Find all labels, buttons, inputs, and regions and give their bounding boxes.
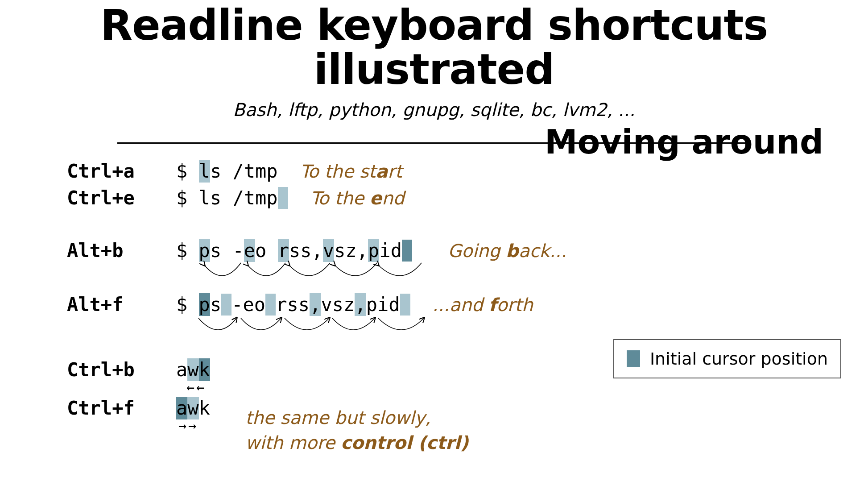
cursor-highlight: [221, 294, 231, 316]
key-label: Alt+f: [67, 294, 176, 316]
cursor-highlight: [265, 294, 276, 316]
cursor-initial: p: [199, 293, 210, 316]
right-arrows-icon: →→: [178, 419, 198, 432]
left-arrows-icon: ←←: [186, 381, 206, 394]
page-title: Readline keyboard shortcuts illustrated: [0, 4, 868, 91]
legend-box: Initial cursor position: [613, 339, 841, 378]
cursor-highlight: p: [368, 239, 379, 262]
cursor-highlight: r: [278, 239, 289, 262]
command-example: awk: [176, 397, 210, 419]
command-example: $ ls /tmp: [176, 187, 288, 209]
page-subtitle: Bash, lftp, python, gnupg, sqlite, bc, l…: [0, 100, 868, 120]
cursor-highlight: [278, 187, 288, 209]
cursor-highlight: p: [199, 239, 210, 262]
command-example: awk: [176, 358, 210, 381]
cursor-initial: [402, 240, 412, 262]
cursor-initial: k: [199, 358, 210, 381]
legend-swatch-icon: [627, 350, 640, 367]
command-example: $ ls /tmp: [176, 160, 278, 183]
legend-label: Initial cursor position: [650, 349, 828, 369]
key-label: Ctrl+f: [67, 397, 176, 419]
cursor-highlight: w: [187, 397, 198, 419]
cursor-initial: a: [176, 397, 187, 419]
description: To the start: [300, 161, 402, 182]
page: Readline keyboard shortcuts illustrated …: [0, 0, 868, 490]
cursor-highlight: ,: [355, 293, 366, 316]
cursor-highlight: [400, 294, 410, 316]
cursor-highlight: e: [244, 239, 255, 262]
description: Going back...: [448, 241, 567, 261]
section-heading: Moving around: [545, 123, 823, 161]
row-alt-b: Alt+b $ ps -eo rss,vsz,pid Going back...: [67, 239, 567, 262]
command-example: $ ps -eo rss,vsz,pid: [176, 293, 410, 316]
cursor-highlight: l: [199, 160, 210, 183]
row-ctrl-a: Ctrl+a $ ls /tmp To the start: [67, 160, 567, 183]
cursor-highlight: ,: [310, 293, 321, 316]
key-label: Ctrl+e: [67, 187, 176, 209]
cursor-highlight: w: [187, 358, 198, 381]
command-example: $ ps -eo rss,vsz,pid: [176, 239, 412, 262]
row-ctrl-e: Ctrl+e $ ls /tmp To the end: [67, 187, 567, 209]
description: To the end: [310, 188, 405, 208]
cursor-highlight: v: [323, 239, 334, 262]
row-ctrl-b: Ctrl+b awk ←←: [67, 358, 567, 381]
shortcut-list: Ctrl+a $ ls /tmp To the start Ctrl+e $ l…: [67, 160, 567, 419]
key-label: Alt+b: [67, 240, 176, 262]
row-alt-f: Alt+f $ ps -eo rss,vsz,pid ...and forth: [67, 293, 567, 316]
description-block: the same but slowly, with more control (…: [245, 405, 468, 455]
key-label: Ctrl+b: [67, 359, 176, 381]
key-label: Ctrl+a: [67, 160, 176, 182]
description: ...and forth: [433, 295, 533, 315]
